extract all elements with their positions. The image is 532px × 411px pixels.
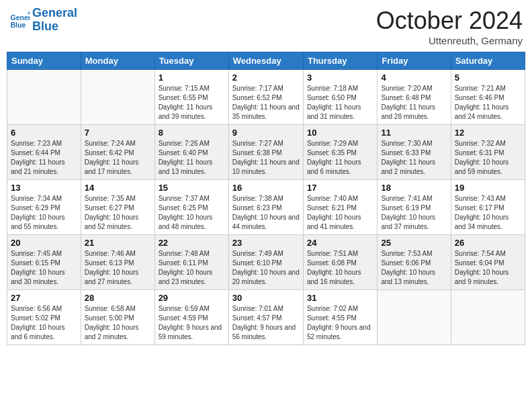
calendar-cell: 1Sunrise: 7:15 AM Sunset: 6:55 PM Daylig… — [154, 70, 228, 125]
day-info: Sunrise: 7:24 AM Sunset: 6:42 PM Dayligh… — [85, 139, 151, 177]
day-number: 25 — [381, 238, 447, 248]
calendar-cell: 27Sunrise: 6:56 AM Sunset: 5:02 PM Dayli… — [7, 290, 81, 345]
calendar-cell: 9Sunrise: 7:27 AM Sunset: 6:38 PM Daylig… — [228, 125, 303, 180]
day-info: Sunrise: 7:35 AM Sunset: 6:27 PM Dayligh… — [85, 194, 151, 232]
title-block: October 2024 Uttenreuth, Germany — [376, 7, 523, 46]
logo-line2: Blue — [32, 20, 77, 34]
weekday-header-friday: Friday — [378, 52, 451, 70]
day-number: 28 — [85, 293, 151, 303]
day-number: 31 — [307, 293, 373, 303]
calendar-cell: 21Sunrise: 7:46 AM Sunset: 6:13 PM Dayli… — [81, 235, 154, 290]
day-number: 13 — [11, 183, 77, 193]
calendar-cell: 19Sunrise: 7:43 AM Sunset: 6:17 PM Dayli… — [451, 180, 525, 235]
day-info: Sunrise: 7:32 AM Sunset: 6:31 PM Dayligh… — [455, 139, 521, 177]
calendar-cell: 13Sunrise: 7:34 AM Sunset: 6:29 PM Dayli… — [7, 180, 81, 235]
weekday-header-sunday: Sunday — [7, 52, 81, 70]
day-number: 24 — [307, 238, 373, 248]
svg-marker-2 — [28, 11, 30, 14]
svg-text:Blue: Blue — [11, 20, 26, 28]
day-number: 11 — [381, 128, 447, 138]
calendar-cell: 12Sunrise: 7:32 AM Sunset: 6:31 PM Dayli… — [451, 125, 525, 180]
calendar-cell: 30Sunrise: 7:01 AM Sunset: 4:57 PM Dayli… — [228, 290, 303, 345]
day-info: Sunrise: 7:53 AM Sunset: 6:06 PM Dayligh… — [381, 249, 447, 287]
weekday-header-saturday: Saturday — [451, 52, 525, 70]
day-number: 7 — [85, 128, 151, 138]
day-number: 20 — [11, 238, 77, 248]
day-number: 9 — [232, 128, 300, 138]
day-info: Sunrise: 7:20 AM Sunset: 6:48 PM Dayligh… — [381, 84, 447, 122]
month-title: October 2024 — [376, 7, 523, 35]
day-number: 15 — [159, 183, 225, 193]
calendar-cell — [451, 290, 525, 345]
day-number: 30 — [232, 293, 300, 303]
day-info: Sunrise: 7:51 AM Sunset: 6:08 PM Dayligh… — [307, 249, 373, 287]
day-info: Sunrise: 6:59 AM Sunset: 4:59 PM Dayligh… — [159, 304, 225, 342]
logo-text: General Blue — [32, 7, 77, 34]
calendar-cell: 6Sunrise: 7:23 AM Sunset: 6:44 PM Daylig… — [7, 125, 81, 180]
calendar-cell: 23Sunrise: 7:49 AM Sunset: 6:10 PM Dayli… — [228, 235, 303, 290]
day-number: 5 — [455, 73, 521, 83]
day-number: 8 — [159, 128, 225, 138]
calendar-cell — [81, 70, 154, 125]
day-number: 29 — [159, 293, 225, 303]
day-number: 19 — [455, 183, 521, 193]
day-info: Sunrise: 7:21 AM Sunset: 6:46 PM Dayligh… — [455, 84, 521, 122]
day-number: 26 — [455, 238, 521, 248]
calendar-cell: 18Sunrise: 7:41 AM Sunset: 6:19 PM Dayli… — [378, 180, 451, 235]
day-info: Sunrise: 7:30 AM Sunset: 6:33 PM Dayligh… — [381, 139, 447, 177]
day-info: Sunrise: 7:17 AM Sunset: 6:52 PM Dayligh… — [232, 84, 300, 122]
day-info: Sunrise: 7:45 AM Sunset: 6:15 PM Dayligh… — [11, 249, 77, 287]
day-info: Sunrise: 7:01 AM Sunset: 4:57 PM Dayligh… — [232, 304, 300, 342]
day-number: 18 — [381, 183, 447, 193]
day-number: 4 — [381, 73, 447, 83]
weekday-header-monday: Monday — [81, 52, 154, 70]
calendar-cell: 3Sunrise: 7:18 AM Sunset: 6:50 PM Daylig… — [303, 70, 377, 125]
calendar-week-1: 1Sunrise: 7:15 AM Sunset: 6:55 PM Daylig… — [7, 70, 525, 125]
calendar-cell: 2Sunrise: 7:17 AM Sunset: 6:52 PM Daylig… — [228, 70, 303, 125]
calendar-cell: 29Sunrise: 6:59 AM Sunset: 4:59 PM Dayli… — [154, 290, 228, 345]
day-number: 10 — [307, 128, 373, 138]
calendar-cell: 31Sunrise: 7:02 AM Sunset: 4:55 PM Dayli… — [303, 290, 377, 345]
day-number: 2 — [232, 73, 300, 83]
weekday-header-row: SundayMondayTuesdayWednesdayThursdayFrid… — [7, 52, 525, 70]
day-number: 17 — [307, 183, 373, 193]
day-info: Sunrise: 7:26 AM Sunset: 6:40 PM Dayligh… — [159, 139, 225, 177]
day-info: Sunrise: 7:29 AM Sunset: 6:35 PM Dayligh… — [307, 139, 373, 177]
calendar-cell: 28Sunrise: 6:58 AM Sunset: 5:00 PM Dayli… — [81, 290, 154, 345]
calendar-week-2: 6Sunrise: 7:23 AM Sunset: 6:44 PM Daylig… — [7, 125, 525, 180]
day-number: 14 — [85, 183, 151, 193]
calendar-cell: 7Sunrise: 7:24 AM Sunset: 6:42 PM Daylig… — [81, 125, 154, 180]
day-info: Sunrise: 7:40 AM Sunset: 6:21 PM Dayligh… — [307, 194, 373, 232]
calendar-cell: 22Sunrise: 7:48 AM Sunset: 6:11 PM Dayli… — [154, 235, 228, 290]
day-number: 6 — [11, 128, 77, 138]
day-info: Sunrise: 7:41 AM Sunset: 6:19 PM Dayligh… — [381, 194, 447, 232]
day-number: 23 — [232, 238, 300, 248]
calendar-cell: 26Sunrise: 7:54 AM Sunset: 6:04 PM Dayli… — [451, 235, 525, 290]
day-info: Sunrise: 7:37 AM Sunset: 6:25 PM Dayligh… — [159, 194, 225, 232]
calendar-cell: 16Sunrise: 7:38 AM Sunset: 6:23 PM Dayli… — [228, 180, 303, 235]
day-number: 16 — [232, 183, 300, 193]
day-info: Sunrise: 6:58 AM Sunset: 5:00 PM Dayligh… — [85, 304, 151, 342]
logo: General Blue General Blue — [9, 7, 77, 34]
location: Uttenreuth, Germany — [376, 35, 523, 46]
calendar-cell: 15Sunrise: 7:37 AM Sunset: 6:25 PM Dayli… — [154, 180, 228, 235]
day-info: Sunrise: 7:46 AM Sunset: 6:13 PM Dayligh… — [85, 249, 151, 287]
day-info: Sunrise: 7:23 AM Sunset: 6:44 PM Dayligh… — [11, 139, 77, 177]
calendar-week-4: 20Sunrise: 7:45 AM Sunset: 6:15 PM Dayli… — [7, 235, 525, 290]
calendar-week-5: 27Sunrise: 6:56 AM Sunset: 5:02 PM Dayli… — [7, 290, 525, 345]
calendar-cell: 17Sunrise: 7:40 AM Sunset: 6:21 PM Dayli… — [303, 180, 377, 235]
weekday-header-wednesday: Wednesday — [228, 52, 303, 70]
day-info: Sunrise: 6:56 AM Sunset: 5:02 PM Dayligh… — [11, 304, 77, 342]
day-info: Sunrise: 7:15 AM Sunset: 6:55 PM Dayligh… — [159, 84, 225, 122]
day-info: Sunrise: 7:49 AM Sunset: 6:10 PM Dayligh… — [232, 249, 300, 287]
day-number: 27 — [11, 293, 77, 303]
calendar-cell: 5Sunrise: 7:21 AM Sunset: 6:46 PM Daylig… — [451, 70, 525, 125]
day-number: 1 — [159, 73, 225, 83]
calendar-cell — [378, 290, 451, 345]
day-info: Sunrise: 7:34 AM Sunset: 6:29 PM Dayligh… — [11, 194, 77, 232]
day-number: 21 — [85, 238, 151, 248]
day-info: Sunrise: 7:18 AM Sunset: 6:50 PM Dayligh… — [307, 84, 373, 122]
day-info: Sunrise: 7:48 AM Sunset: 6:11 PM Dayligh… — [159, 249, 225, 287]
day-number: 12 — [455, 128, 521, 138]
weekday-header-thursday: Thursday — [303, 52, 377, 70]
